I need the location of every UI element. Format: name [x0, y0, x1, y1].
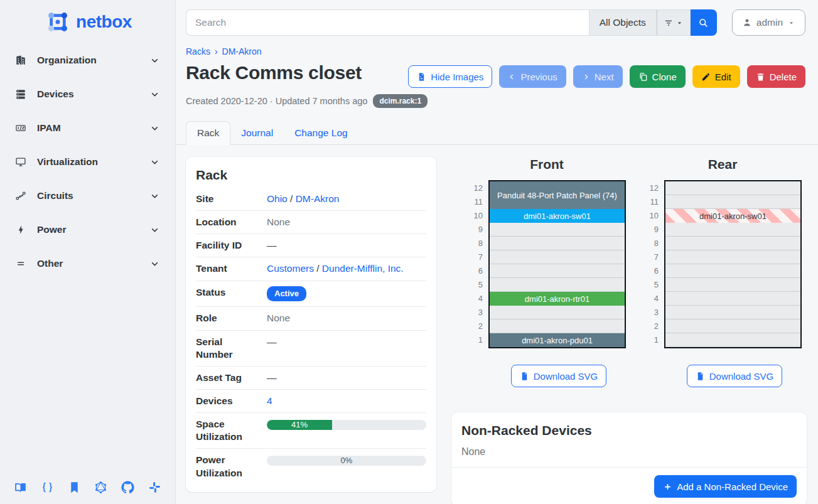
rack-device-panduit-48-port-patch-panel-74[interactable]: Panduit 48-Port Patch Panel (74)	[490, 181, 625, 209]
unit-number: 3	[643, 306, 659, 319]
search-input[interactable]	[186, 9, 589, 36]
rack-info-rows: SiteOhio / DM-AkronLocationNoneFacility …	[196, 188, 426, 485]
breadcrumb-link-racks[interactable]: Racks	[186, 46, 210, 56]
field-value: 4	[256, 395, 426, 407]
add-non-racked-device-button[interactable]: Add a Non-Racked Device	[654, 475, 797, 498]
clone-button[interactable]: Clone	[630, 65, 686, 88]
empty-unit-slot[interactable]	[665, 292, 800, 306]
empty-unit-slot[interactable]	[490, 319, 625, 333]
field-value: Active	[256, 286, 426, 302]
tab-change-log[interactable]: Change Log	[284, 122, 358, 144]
braces-icon[interactable]	[41, 481, 54, 494]
user-menu-label: admin	[756, 17, 783, 28]
unit-number: 2	[643, 319, 659, 333]
empty-unit-slot[interactable]	[665, 237, 800, 250]
rack-device-dmi01-akron-sw01[interactable]: dmi01-akron-sw01	[665, 209, 800, 223]
topbar: All Objects admin	[176, 0, 818, 36]
link-ohio[interactable]: Ohio	[267, 193, 288, 204]
non-racked-title: Non-Racked Devices	[461, 423, 797, 438]
empty-unit-slot[interactable]	[490, 264, 625, 278]
sidebar-item-label: Virtualization	[37, 156, 149, 168]
download-wrap: Download SVG	[664, 365, 805, 387]
tab-rack[interactable]: Rack	[186, 121, 230, 145]
link-dunder-mifflin-inc[interactable]: Dunder-Mifflin, Inc.	[322, 263, 404, 274]
empty-unit-slot[interactable]	[490, 250, 625, 264]
sidebar-item-other[interactable]: Other	[9, 252, 166, 275]
graphql-icon[interactable]	[94, 481, 107, 494]
hide-images-button[interactable]: Hide Images	[408, 65, 492, 88]
search-filter-button[interactable]	[657, 9, 691, 36]
netbox-logo[interactable]: netbox	[0, 8, 175, 36]
empty-unit-slot[interactable]	[665, 195, 800, 209]
sidebar-item-virtualization[interactable]: Virtualization	[9, 151, 166, 173]
add-non-racked-device-label: Add a Non-Racked Device	[677, 481, 788, 492]
non-racked-empty-text: None	[461, 446, 797, 458]
edit-button[interactable]: Edit	[692, 65, 740, 88]
content: Rack SiteOhio / DM-AkronLocationNoneFaci…	[176, 145, 818, 504]
chevron-down-icon	[149, 55, 160, 66]
empty-unit-slot[interactable]	[665, 278, 800, 292]
link-customers[interactable]: Customers	[267, 263, 314, 274]
rack-info-row-space-utilization: Space Utilization41%	[196, 413, 426, 449]
sidebar-item-devices[interactable]: Devices	[9, 83, 166, 105]
download-svg-button[interactable]: Download SVG	[511, 365, 607, 387]
rack-info-row-status: StatusActive	[196, 281, 426, 308]
empty-unit-slot[interactable]	[665, 319, 800, 333]
sidebar-item-label: Circuits	[37, 190, 149, 201]
empty-unit-slot[interactable]	[490, 306, 625, 319]
chevron-down-icon	[149, 89, 160, 100]
sidebar-item-circuits[interactable]: Circuits	[9, 185, 166, 207]
empty-unit-slot[interactable]	[490, 223, 625, 237]
delete-button[interactable]: Delete	[747, 65, 805, 88]
non-racked-footer: Add a Non-Racked Device	[451, 467, 807, 499]
sidebar-item-organization[interactable]: Organization	[9, 49, 166, 72]
rack-device-dmi01-akron-sw01[interactable]: dmi01-akron-sw01	[490, 209, 625, 223]
caret-down-icon	[675, 19, 684, 27]
unit-number: 3	[468, 306, 483, 319]
link-devices[interactable]: 4	[267, 395, 272, 406]
previous-button[interactable]: Previous	[499, 65, 566, 88]
action-buttons: Hide Images Previous Next Clone Edit Del…	[408, 65, 805, 88]
field-value: Ohio / DM-Akron	[256, 193, 426, 205]
bookmark-icon[interactable]	[68, 481, 81, 494]
sidebar-item-ipam[interactable]: IPAM	[9, 117, 166, 139]
tab-journal[interactable]: Journal	[230, 122, 284, 144]
slack-icon[interactable]	[148, 481, 161, 494]
unit-number: 10	[468, 209, 483, 223]
next-button[interactable]: Next	[573, 65, 623, 88]
empty-unit-slot[interactable]	[490, 278, 625, 292]
sidebar-item-power[interactable]: Power	[9, 218, 166, 241]
empty-unit-slot[interactable]	[665, 250, 800, 264]
empty-unit-slot[interactable]	[665, 181, 800, 195]
field-label: Devices	[196, 395, 256, 407]
rack-device-dmi01-akron-pdu01[interactable]: dmi01-akron-pdu01	[490, 333, 625, 347]
empty-unit-slot[interactable]	[665, 264, 800, 278]
breadcrumb-link-dm-akron[interactable]: DM-Akron	[222, 46, 262, 56]
rack-info-row-facility-id: Facility ID—	[196, 234, 426, 257]
empty-unit-slot[interactable]	[665, 306, 800, 319]
link-dm-akron[interactable]: DM-Akron	[296, 193, 340, 204]
download-svg-button[interactable]: Download SVG	[687, 365, 783, 387]
field-label: Tenant	[196, 262, 256, 275]
search-scope-select[interactable]: All Objects	[589, 9, 657, 36]
github-icon[interactable]	[121, 481, 134, 494]
rack-info-row-devices: Devices4	[196, 390, 426, 413]
user-menu-button[interactable]: admin	[732, 9, 805, 36]
field-value: None	[256, 216, 426, 228]
rack-device-dmi01-akron-rtr01[interactable]: dmi01-akron-rtr01	[490, 292, 625, 306]
pencil-icon	[701, 72, 711, 82]
book-icon[interactable]	[14, 481, 27, 494]
empty-unit-slot[interactable]	[490, 237, 625, 250]
unit-number: 11	[643, 195, 659, 209]
field-label: Facility ID	[196, 239, 256, 252]
empty-unit-slot[interactable]	[665, 333, 800, 347]
sidebar-nav: OrganizationDevicesIPAMVirtualizationCir…	[0, 49, 175, 275]
search-button[interactable]	[691, 9, 717, 36]
transit-icon	[15, 190, 29, 201]
search-icon	[698, 18, 709, 28]
empty-unit-slot[interactable]	[665, 223, 800, 237]
chevron-left-icon	[508, 73, 516, 81]
field-label: Location	[196, 216, 256, 228]
elevation-rear: Rear121110987654321dmi01-akron-sw01Downl…	[643, 157, 802, 387]
field-label: Role	[196, 312, 256, 324]
